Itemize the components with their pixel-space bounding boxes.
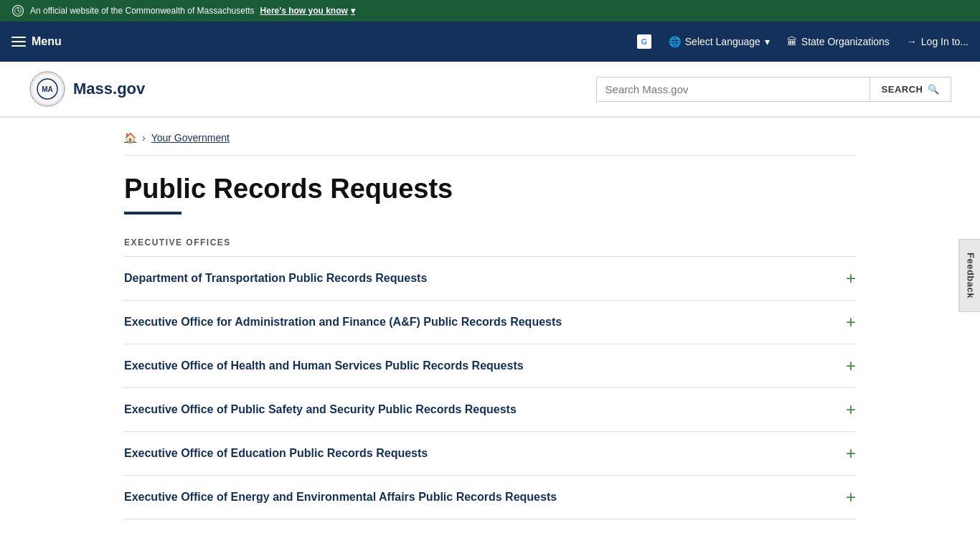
google-translate-icon: G [637,34,651,49]
main-content: 🏠 › Your Government Public Records Reque… [95,118,885,548]
top-banner: An official website of the Commonwealth … [0,0,980,22]
search-button-label: SEARCH [882,84,923,95]
breadcrumb-home-link[interactable]: 🏠 [124,132,136,143]
search-input[interactable] [597,77,870,101]
breadcrumb-your-government-link[interactable]: Your Government [151,132,230,143]
site-header: MA Mass.gov SEARCH 🔍 [0,62,980,118]
breadcrumb: 🏠 › Your Government [124,132,856,156]
menu-label: Menu [32,35,62,48]
accordion-list: Department of Transportation Public Reco… [124,256,856,519]
feedback-tab[interactable]: Feedback [959,239,980,312]
accordion-item-label: Executive Office of Energy and Environme… [124,491,846,504]
menu-button[interactable]: Menu [11,29,62,54]
breadcrumb-separator: › [142,132,146,143]
accordion-item-label: Department of Transportation Public Reco… [124,272,846,285]
search-button[interactable]: SEARCH 🔍 [870,77,951,101]
hamburger-icon [11,37,26,47]
accordion-item[interactable]: Executive Office of Education Public Rec… [124,432,856,476]
accordion-item-label: Executive Office for Administration and … [124,316,846,329]
expand-icon: + [846,314,856,331]
seal-icon [11,4,24,17]
building-icon: 🏛 [787,36,797,47]
login-icon: → [907,36,917,47]
accordion-item-label: Executive Office of Public Safety and Se… [124,403,846,416]
lang-chevron-icon: ▾ [765,36,770,47]
accordion-item[interactable]: Executive Office of Public Safety and Se… [124,388,856,432]
title-underline [124,212,182,215]
state-organizations-button[interactable]: 🏛 State Organizations [787,36,890,47]
expand-icon: + [846,270,856,287]
accordion-item[interactable]: Executive Office of Energy and Environme… [124,476,856,519]
nav-right-section: G 🌐 Select Language ▾ 🏛 State Organizati… [637,34,969,49]
log-in-button[interactable]: → Log In to... [907,36,969,47]
section-header: EXECUTIVE OFFICES [124,237,856,248]
logo-text: Mass.gov [73,80,145,98]
accordion-item[interactable]: Department of Transportation Public Reco… [124,257,856,301]
search-icon: 🔍 [928,84,940,95]
banner-text: An official website of the Commonwealth … [30,6,255,16]
accordion-item-label: Executive Office of Health and Human Ser… [124,359,846,372]
navigation-bar: Menu G 🌐 Select Language ▾ 🏛 State Organ… [0,22,980,62]
expand-icon: + [846,357,856,375]
svg-text:MA: MA [42,85,53,93]
heres-how-button[interactable]: Here's how you know ▾ [260,6,355,16]
mass-seal: MA [29,70,66,108]
home-icon: 🏠 [124,132,136,143]
site-logo[interactable]: MA Mass.gov [29,70,145,108]
page-title: Public Records Requests [124,173,856,206]
expand-icon: + [846,489,856,506]
expand-icon: + [846,445,856,462]
search-form: SEARCH 🔍 [596,77,951,102]
select-language-button[interactable]: 🌐 Select Language ▾ [669,36,770,47]
accordion-item-label: Executive Office of Education Public Rec… [124,447,846,460]
accordion-item[interactable]: Executive Office for Administration and … [124,301,856,344]
expand-icon: + [846,401,856,418]
accordion-item[interactable]: Executive Office of Health and Human Ser… [124,344,856,388]
chevron-icon: ▾ [351,6,355,16]
globe-icon: 🌐 [669,36,681,47]
